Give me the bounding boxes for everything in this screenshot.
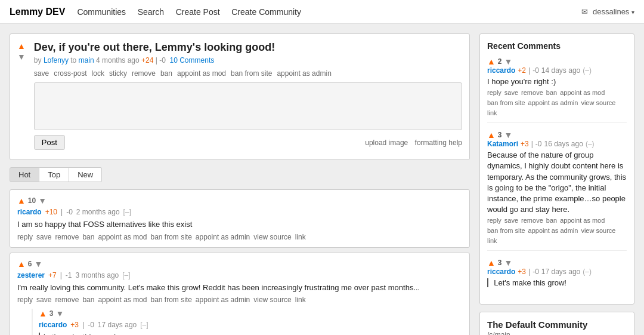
comment-1-upvote[interactable]: ▲ [17, 196, 26, 205]
c1-reply[interactable]: reply [17, 233, 33, 241]
rc2-appoint-mod[interactable]: appoint as mod [560, 217, 605, 224]
post-lock[interactable]: lock [92, 69, 104, 78]
site-name[interactable]: Lemmy DEV [10, 7, 65, 17]
post-comments-link[interactable]: 10 Comments [170, 56, 215, 64]
c1-appoint-admin[interactable]: appoint as admin [196, 233, 250, 241]
reply-21-neg: -0 [88, 321, 94, 329]
rc-1-score: 2 [498, 57, 502, 66]
c2-view-source[interactable]: view source [253, 296, 291, 304]
rc2-link[interactable]: link [487, 237, 497, 244]
rc-2-upvote[interactable]: ▲ [487, 130, 496, 140]
rc-3-downvote[interactable]: ▼ [504, 258, 513, 268]
nav-search[interactable]: Search [138, 7, 164, 17]
rc-3-username[interactable]: riccardo [487, 268, 515, 276]
rc1-view-source[interactable]: view source [581, 99, 615, 106]
comment-1-username[interactable]: ricardo [17, 208, 42, 216]
c2-save[interactable]: save [36, 296, 51, 304]
rc-3-pos: +3 [518, 268, 526, 276]
rc2-appoint-admin[interactable]: appoint as admin [528, 227, 578, 234]
comment-1-downvote[interactable]: ▼ [38, 196, 47, 205]
c1-link[interactable]: link [295, 233, 306, 241]
post-button[interactable]: Post [34, 135, 65, 150]
rc-2-toggle[interactable]: (–) [586, 140, 595, 148]
rc-3-toggle[interactable]: (–) [583, 268, 592, 276]
downvote-button[interactable]: ▼ [17, 52, 26, 62]
rc2-ban-site[interactable]: ban from site [487, 227, 525, 234]
comment-1-toggle[interactable]: [–] [123, 208, 131, 216]
nav-create-community[interactable]: Create Community [231, 7, 301, 17]
reply-21-vote: ▲ 3 ▼ [39, 309, 462, 318]
sort-tab-new[interactable]: New [69, 167, 102, 182]
mail-icon[interactable]: ✉ [581, 7, 588, 16]
comment-2-body: I'm really loving this community. Let's … [17, 282, 462, 294]
nav-communities[interactable]: Communities [77, 7, 126, 17]
post-ban[interactable]: ban [160, 69, 172, 78]
rc2-reply[interactable]: reply [487, 217, 501, 224]
nav-create-post[interactable]: Create Post [176, 7, 220, 17]
rc2-view-source[interactable]: view source [581, 227, 615, 234]
post-author[interactable]: Lofenyy [44, 56, 69, 64]
sort-tab-top[interactable]: Top [39, 167, 69, 182]
rc1-ban[interactable]: ban [546, 89, 557, 96]
upload-image-link[interactable]: upload image [365, 139, 408, 147]
c2-appoint-admin[interactable]: appoint as admin [196, 296, 250, 304]
reply-21-downvote[interactable]: ▼ [56, 309, 64, 318]
post-ban-site[interactable]: ban from site [231, 69, 272, 78]
username-display[interactable]: dessalines ▾ [593, 7, 634, 16]
rc-3-upvote[interactable]: ▲ [487, 258, 496, 268]
c1-ban[interactable]: ban [82, 233, 94, 241]
c1-save[interactable]: save [36, 233, 51, 241]
c2-ban-site[interactable]: ban from site [150, 296, 191, 304]
rc1-appoint-mod[interactable]: appoint as mod [560, 89, 605, 96]
sort-tab-hot[interactable]: Hot [10, 167, 39, 182]
comment-2-pos: +7 [48, 271, 57, 279]
reply-21-toggle[interactable]: [–] [140, 321, 148, 329]
rc-2-username[interactable]: Katamori [487, 140, 518, 148]
c2-remove[interactable]: remove [55, 296, 79, 304]
rc2-remove[interactable]: remove [521, 217, 543, 224]
rc1-appoint-admin[interactable]: appoint as admin [528, 99, 578, 106]
rc-1-username[interactable]: riccardo [487, 66, 515, 75]
rc1-save[interactable]: save [504, 89, 518, 96]
c1-remove[interactable]: remove [55, 233, 79, 241]
comment-2-upvote[interactable]: ▲ [17, 259, 26, 269]
rc-2-score: 3 [498, 131, 502, 139]
c2-link[interactable]: link [295, 296, 306, 304]
c1-view-source[interactable]: view source [253, 233, 291, 241]
rc2-ban[interactable]: ban [546, 217, 557, 224]
comment-2-username[interactable]: zesterer [17, 271, 45, 279]
reply-21-username[interactable]: riccardo [39, 321, 67, 329]
main-nav: Communities Search Create Post Create Co… [77, 7, 311, 17]
post-save[interactable]: save [34, 69, 49, 78]
post-destination[interactable]: main [79, 56, 94, 64]
rc1-reply[interactable]: reply [487, 89, 501, 96]
rc1-remove[interactable]: remove [521, 89, 543, 96]
comment-2-downvote[interactable]: ▼ [35, 259, 43, 269]
rc1-link[interactable]: link [487, 109, 497, 116]
post-remove[interactable]: remove [132, 69, 156, 78]
community-card: The Default Community /c/main edit delet… [479, 312, 634, 336]
rc-2-age: 16 days ago [544, 140, 583, 148]
rc-1-downvote[interactable]: ▼ [504, 57, 513, 66]
c2-ban[interactable]: ban [82, 296, 94, 304]
post-appoint-admin[interactable]: appoint as admin [277, 69, 331, 78]
rc-1-toggle[interactable]: (–) [583, 66, 592, 75]
rc1-ban-site[interactable]: ban from site [487, 99, 525, 106]
post-appoint-mod[interactable]: appoint as mod [177, 69, 226, 78]
c1-appoint-mod[interactable]: appoint as mod [98, 233, 147, 241]
username-text: dessalines [593, 7, 629, 16]
post-sticky[interactable]: sticky [109, 69, 127, 78]
comment-editor[interactable] [34, 82, 462, 130]
c1-ban-site[interactable]: ban from site [150, 233, 191, 241]
upvote-button[interactable]: ▲ [17, 41, 26, 51]
c2-reply[interactable]: reply [17, 296, 33, 304]
post-crosspost[interactable]: cross-post [54, 69, 86, 78]
reply-21-upvote[interactable]: ▲ [39, 309, 47, 318]
comment-2-toggle[interactable]: [–] [122, 271, 130, 279]
c2-appoint-mod[interactable]: appoint as mod [98, 296, 147, 304]
formatting-help-link[interactable]: formatting help [415, 139, 462, 147]
rc-2-downvote[interactable]: ▼ [504, 130, 513, 140]
comment-1-body: I am so happy that FOSS alternatives lik… [17, 219, 462, 230]
rc2-save[interactable]: save [504, 217, 518, 224]
rc-1-upvote[interactable]: ▲ [487, 57, 496, 66]
